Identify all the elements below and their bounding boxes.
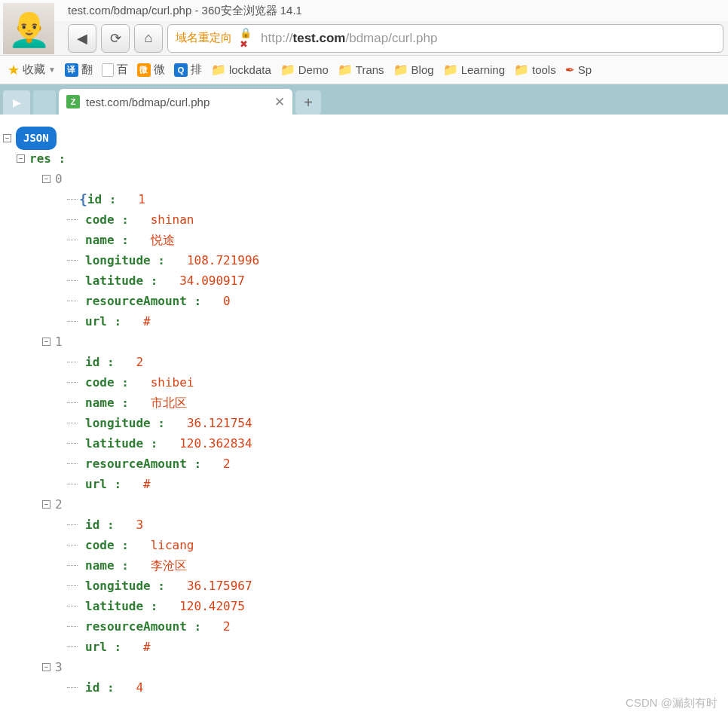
bookmark-translate[interactable]: 译翻 [65, 63, 93, 77]
refresh-button[interactable]: ⟳ [101, 24, 130, 53]
json-property-latitude[interactable]: latitude : 34.090917 [3, 270, 725, 291]
collapse-icon[interactable]: − [42, 175, 50, 183]
folder-icon: 📁 [211, 63, 226, 77]
json-array-index[interactable]: −1 [3, 332, 725, 352]
json-property-longitude[interactable]: longitude : 108.721996 [3, 250, 725, 270]
folder-icon: 📁 [338, 63, 353, 77]
folder-icon: 📁 [514, 63, 529, 77]
json-property-url[interactable]: url : # [3, 474, 725, 494]
redirect-label: 域名重定向 [176, 31, 232, 45]
insecure-lock-icon: 🔒✖ [240, 32, 253, 45]
tab-title: test.com/bdmap/curl.php [86, 96, 268, 108]
json-property-longitude[interactable]: longitude : 36.175967 [3, 576, 725, 596]
home-button[interactable]: ⌂ [134, 24, 163, 53]
url-display: http://test.com/bdmap/curl.php [261, 31, 437, 46]
bookmark-folder-lockdata[interactable]: 📁lockdata [211, 63, 271, 77]
watermark: CSDN @漏刻有时 [626, 696, 717, 710]
close-icon[interactable]: ✕ [274, 94, 285, 110]
chevron-down-icon: ▼ [48, 66, 56, 74]
json-array-index[interactable]: −2 [3, 494, 725, 515]
collapse-icon[interactable]: − [42, 500, 50, 509]
folder-icon: 📁 [280, 63, 295, 77]
json-property-code[interactable]: code : licang [3, 535, 725, 555]
window-title: test.com/bdmap/curl.php - 360安全浏览器 14.1 [68, 4, 302, 18]
tab-favicon: Z [66, 95, 80, 108]
json-property-code[interactable]: code : shibei [3, 372, 725, 393]
json-property-name[interactable]: name : 悦途 [3, 230, 725, 250]
bookmark-folder-blog[interactable]: 📁Blog [393, 63, 434, 77]
star-icon: ★ [8, 62, 20, 78]
folder-icon: 📁 [443, 63, 458, 77]
address-bar[interactable]: 域名重定向 🔒✖ http://test.com/bdmap/curl.php [167, 24, 723, 53]
back-button[interactable]: ◀ [68, 24, 96, 53]
json-property-name[interactable]: name : 市北区 [3, 393, 725, 413]
bookmark-baidu[interactable]: 百 [102, 63, 128, 77]
json-property-url[interactable]: url : # [3, 311, 725, 332]
tab-bar: ▶ Z test.com/bdmap/curl.php ✕ + [0, 84, 728, 115]
bookmarks-bar: ★收藏 ▼ 译翻 百 微微 Q排 📁lockdata 📁Demo 📁Trans … [0, 56, 728, 84]
json-property-latitude[interactable]: latitude : 120.362834 [3, 433, 725, 454]
collapse-icon[interactable]: − [42, 338, 50, 346]
avatar[interactable]: 👨‍🦲 [3, 3, 54, 54]
json-tree-view: − JSON − res : −0{ id : 1 code : shinan … [0, 115, 728, 711]
sidebar-toggle[interactable]: ▶ [3, 90, 30, 115]
bookmark-folder-trans[interactable]: 📁Trans [338, 63, 384, 77]
collapse-icon[interactable]: − [3, 134, 11, 142]
json-property-id[interactable]: { id : 1 [3, 189, 725, 209]
page-icon [102, 63, 114, 77]
collapse-icon[interactable]: − [42, 663, 50, 671]
favorites-button[interactable]: ★收藏 ▼ [8, 62, 56, 78]
bookmark-folder-demo[interactable]: 📁Demo [280, 63, 329, 77]
json-property-id[interactable]: id : 3 [3, 515, 725, 535]
json-root[interactable]: − JSON [3, 128, 725, 148]
json-property-id[interactable]: id : 2 [3, 352, 725, 372]
folder-icon: 📁 [393, 63, 408, 77]
bookmark-rank[interactable]: Q排 [174, 63, 202, 77]
json-property-resourceAmount[interactable]: resourceAmount : 0 [3, 291, 725, 311]
bookmark-folder-tools[interactable]: 📁tools [514, 63, 556, 77]
json-property-latitude[interactable]: latitude : 120.42075 [3, 596, 725, 616]
json-property-url[interactable]: url : # [3, 637, 725, 657]
json-property-id[interactable]: id : 4 [3, 677, 725, 698]
translate-icon: 译 [65, 63, 78, 77]
json-property-code[interactable]: code : shinan [3, 209, 725, 230]
window-titlebar: test.com/bdmap/curl.php - 360安全浏览器 14.1 [0, 0, 728, 21]
json-key-res[interactable]: − res : [3, 148, 725, 169]
json-property-resourceAmount[interactable]: resourceAmount : 2 [3, 616, 725, 637]
bookmark-folder-learning[interactable]: 📁Learning [443, 63, 505, 77]
bookmark-weibo[interactable]: 微微 [137, 63, 165, 77]
json-badge: JSON [16, 127, 57, 150]
collapse-icon[interactable]: − [17, 154, 25, 163]
rank-icon: Q [174, 63, 188, 77]
json-property-longitude[interactable]: longitude : 36.121754 [3, 413, 725, 433]
feather-icon: ✒ [565, 63, 575, 77]
json-array-index[interactable]: −0 [3, 169, 725, 189]
json-property-name[interactable]: name : 李沧区 [3, 555, 725, 576]
navigation-toolbar: ◀ ⟳ ⌂ 域名重定向 🔒✖ http://test.com/bdmap/cur… [0, 21, 728, 56]
tab-active[interactable]: Z test.com/bdmap/curl.php ✕ [59, 89, 292, 115]
weibo-icon: 微 [137, 63, 151, 77]
tab-placeholder[interactable] [33, 90, 56, 115]
bookmark-sp[interactable]: ✒Sp [565, 63, 592, 77]
json-property-resourceAmount[interactable]: resourceAmount : 2 [3, 454, 725, 474]
new-tab-button[interactable]: + [295, 90, 321, 115]
json-array-index[interactable]: −3 [3, 657, 725, 677]
